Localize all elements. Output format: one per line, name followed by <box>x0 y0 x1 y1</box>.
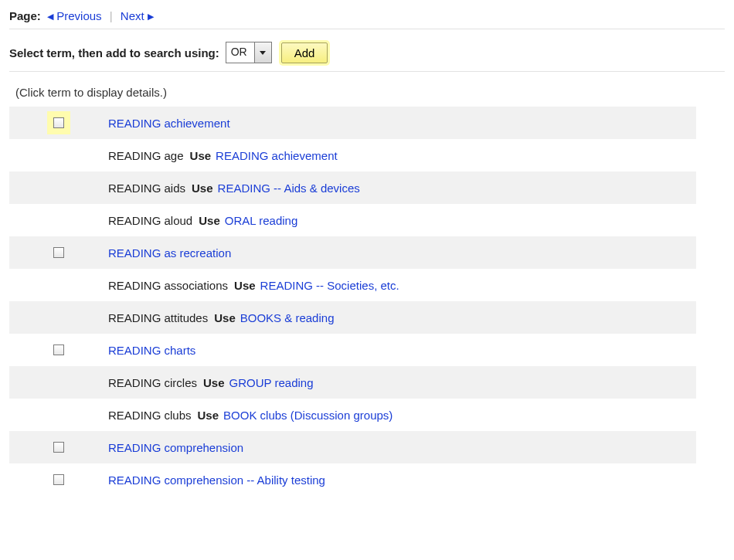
pager: Page: ◀ Previous | Next ▶ <box>9 9 725 29</box>
term-link[interactable]: READING charts <box>108 344 195 357</box>
term-cell: READING ageUseREADING achievement <box>108 149 338 162</box>
term-checkbox[interactable] <box>53 474 64 485</box>
term-link[interactable]: READING comprehension -- Ability testing <box>108 473 325 487</box>
term-text: READING attitudes <box>108 311 208 324</box>
select-term-label: Select term, then add to search using: <box>9 46 219 59</box>
term-list: READING achievementREADING ageUseREADING… <box>9 107 696 496</box>
term-cell: READING circlesUseGROUP reading <box>108 376 314 389</box>
term-row: READING clubsUseBOOK clubs (Discussion g… <box>9 399 696 431</box>
term-cell: READING as recreation <box>108 246 231 260</box>
term-row: READING circlesUseGROUP reading <box>9 366 696 399</box>
term-row: READING charts <box>9 334 696 366</box>
term-cell: READING associationsUseREADING -- Societ… <box>108 279 399 292</box>
add-button[interactable]: Add <box>281 42 328 63</box>
term-row: READING attitudesUseBOOKS & reading <box>9 301 696 334</box>
term-text: READING aids <box>108 182 185 195</box>
term-cell: READING aidsUseREADING -- Aids & devices <box>108 182 360 195</box>
term-cell: READING comprehension -- Ability testing <box>108 473 325 487</box>
term-cell: READING clubsUseBOOK clubs (Discussion g… <box>108 409 392 422</box>
term-row: READING aidsUseREADING -- Aids & devices <box>9 171 696 204</box>
term-row: READING comprehension -- Ability testing <box>9 463 696 496</box>
term-row: READING comprehension <box>9 431 696 463</box>
next-link[interactable]: Next ▶ <box>121 9 154 22</box>
use-label: Use <box>192 182 213 195</box>
term-text: READING clubs <box>108 409 192 422</box>
term-checkbox[interactable] <box>53 117 64 128</box>
use-label: Use <box>199 214 220 227</box>
operator-dropdown-button[interactable] <box>254 42 271 63</box>
term-checkbox[interactable] <box>53 247 64 258</box>
checkbox-cell <box>9 344 108 355</box>
use-term-link[interactable]: BOOKS & reading <box>240 311 335 324</box>
term-text: READING age <box>108 149 184 162</box>
use-label: Use <box>203 376 225 389</box>
checkbox-cell <box>9 117 108 128</box>
checkbox-cell <box>9 442 108 453</box>
previous-label: Previous <box>56 9 101 22</box>
use-label: Use <box>198 409 219 422</box>
use-term-link[interactable]: GROUP reading <box>229 376 314 389</box>
term-row: READING associationsUseREADING -- Societ… <box>9 269 696 301</box>
page-label: Page: <box>9 9 41 22</box>
select-term-row: Select term, then add to search using: O… <box>9 29 725 72</box>
term-cell: READING achievement <box>108 117 230 130</box>
term-row: READING as recreation <box>9 236 696 269</box>
use-term-link[interactable]: ORAL reading <box>225 214 298 227</box>
next-label: Next <box>121 9 144 22</box>
use-term-link[interactable]: BOOK clubs (Discussion groups) <box>223 409 392 422</box>
term-cell: READING charts <box>108 344 195 357</box>
chevron-down-icon <box>260 51 266 55</box>
operator-select[interactable]: OR <box>226 42 272 63</box>
term-cell: READING comprehension <box>108 441 243 454</box>
pager-separator: | <box>110 9 113 22</box>
term-text: READING circles <box>108 376 197 389</box>
term-link[interactable]: READING achievement <box>108 117 230 130</box>
use-term-link[interactable]: READING -- Aids & devices <box>218 182 360 195</box>
term-text: READING associations <box>108 279 228 292</box>
term-row: READING ageUseREADING achievement <box>9 139 696 171</box>
use-label: Use <box>214 311 236 324</box>
previous-link[interactable]: ◀ Previous <box>47 9 105 22</box>
term-checkbox[interactable] <box>53 344 64 355</box>
use-term-link[interactable]: READING achievement <box>216 149 338 162</box>
term-row: READING achievement <box>9 107 696 139</box>
term-text: READING aloud <box>108 214 192 227</box>
term-cell: READING attitudesUseBOOKS & reading <box>108 311 334 324</box>
term-link[interactable]: READING as recreation <box>108 246 231 260</box>
use-term-link[interactable]: READING -- Societies, etc. <box>260 279 399 292</box>
operator-value: OR <box>226 42 254 63</box>
use-label: Use <box>234 279 256 292</box>
triangle-left-icon: ◀ <box>47 12 53 21</box>
checkbox-cell <box>9 474 108 485</box>
checkbox-cell <box>9 247 108 258</box>
term-link[interactable]: READING comprehension <box>108 441 243 454</box>
term-checkbox[interactable] <box>53 442 64 453</box>
triangle-right-icon: ▶ <box>148 12 154 21</box>
term-row: READING aloudUseORAL reading <box>9 204 696 236</box>
term-cell: READING aloudUseORAL reading <box>108 214 297 227</box>
hint-text: (Click term to display details.) <box>15 86 725 99</box>
use-label: Use <box>190 149 212 162</box>
